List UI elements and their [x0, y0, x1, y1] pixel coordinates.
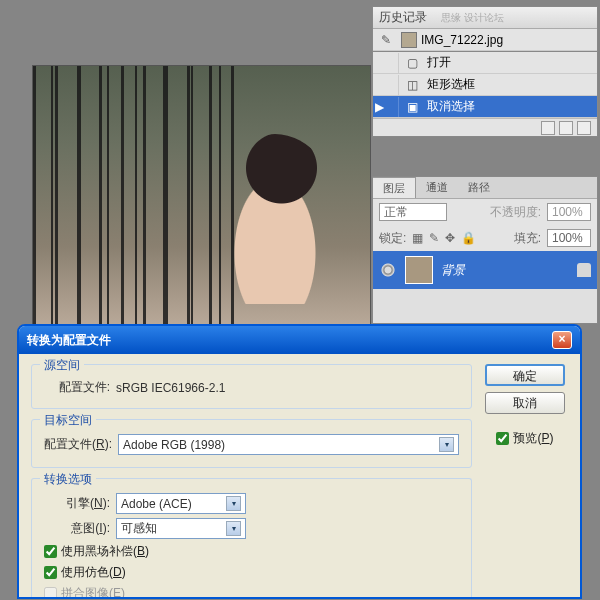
panel-header[interactable]: 历史记录 思缘 设计论坛: [373, 7, 597, 29]
convert-options-group: 转换选项 引擎(N): Adobe (ACE)▾ 意图(I): 可感知▾ 使用黑…: [31, 478, 472, 599]
chevron-down-icon: ▾: [226, 496, 241, 511]
chevron-down-icon: ▾: [226, 521, 241, 536]
fill-input[interactable]: 100%: [547, 229, 591, 247]
history-panel: 历史记录 思缘 设计论坛 ✎ IMG_71222.jpg ▢ 打开 ◫ 矩形选框…: [372, 6, 598, 137]
history-step-selected[interactable]: ▶ ▣ 取消选择: [373, 96, 597, 118]
blackpoint-checkbox[interactable]: [44, 545, 57, 558]
dialog-titlebar[interactable]: 转换为配置文件 ×: [19, 326, 580, 354]
history-tab[interactable]: 历史记录: [379, 9, 427, 26]
engine-select[interactable]: Adobe (ACE)▾: [116, 493, 246, 514]
dest-profile-select[interactable]: Adobe RGB (1998)▾: [118, 434, 459, 455]
panel-tabs: 图层 通道 路径: [373, 177, 597, 199]
convert-profile-dialog: 转换为配置文件 × 源空间 配置文件: sRGB IEC61966-2.1 目标…: [17, 324, 582, 599]
intent-select[interactable]: 可感知▾: [116, 518, 246, 539]
visibility-icon[interactable]: [379, 261, 397, 279]
flatten-checkbox: [44, 587, 57, 599]
preview-checkbox[interactable]: [496, 432, 509, 445]
dialog-title: 转换为配置文件: [27, 332, 111, 349]
lock-move-icon[interactable]: ✥: [445, 231, 455, 245]
cancel-button[interactable]: 取消: [485, 392, 565, 414]
file-name: IMG_71222.jpg: [421, 33, 503, 47]
snapshot-icon[interactable]: [541, 121, 555, 135]
tab-channels[interactable]: 通道: [416, 177, 458, 198]
layers-panel: 图层 通道 路径 正常 不透明度: 100% 锁定: ▦ ✎ ✥ 🔒 填充: 1…: [372, 176, 598, 324]
layer-name: 背景: [441, 262, 465, 279]
new-doc-icon[interactable]: [559, 121, 573, 135]
lock-pixels-icon[interactable]: ▦: [412, 231, 423, 245]
layer-thumbnail: [405, 256, 433, 284]
image-canvas[interactable]: [32, 65, 371, 325]
pointer-icon: ▶: [375, 100, 384, 114]
layer-row[interactable]: 背景: [373, 251, 597, 289]
history-step[interactable]: ▢ 打开: [373, 52, 597, 74]
layers-footer: [373, 289, 597, 323]
opacity-input[interactable]: 100%: [547, 203, 591, 221]
lock-icon: [577, 263, 591, 277]
lock-brush-icon[interactable]: ✎: [429, 231, 439, 245]
trash-icon[interactable]: [577, 121, 591, 135]
tab-paths[interactable]: 路径: [458, 177, 500, 198]
lock-all-icon[interactable]: 🔒: [461, 231, 476, 245]
history-step[interactable]: ◫ 矩形选框: [373, 74, 597, 96]
deselect-icon: ▣: [403, 98, 421, 116]
brush-icon: ✎: [377, 31, 395, 49]
open-icon: ▢: [403, 54, 421, 72]
close-button[interactable]: ×: [552, 331, 572, 349]
thumbnail: [401, 32, 417, 48]
source-profile: sRGB IEC61966-2.1: [116, 381, 225, 395]
marquee-icon: ◫: [403, 76, 421, 94]
history-footer: [373, 118, 597, 136]
tab-layers[interactable]: 图层: [373, 177, 416, 198]
history-source-row[interactable]: ✎ IMG_71222.jpg: [373, 29, 597, 51]
blend-mode-select[interactable]: 正常: [379, 203, 447, 221]
dest-space-group: 目标空间 配置文件(R): Adobe RGB (1998)▾: [31, 419, 472, 468]
source-space-group: 源空间 配置文件: sRGB IEC61966-2.1: [31, 364, 472, 409]
dither-checkbox[interactable]: [44, 566, 57, 579]
chevron-down-icon: ▾: [439, 437, 454, 452]
ok-button[interactable]: 确定: [485, 364, 565, 386]
